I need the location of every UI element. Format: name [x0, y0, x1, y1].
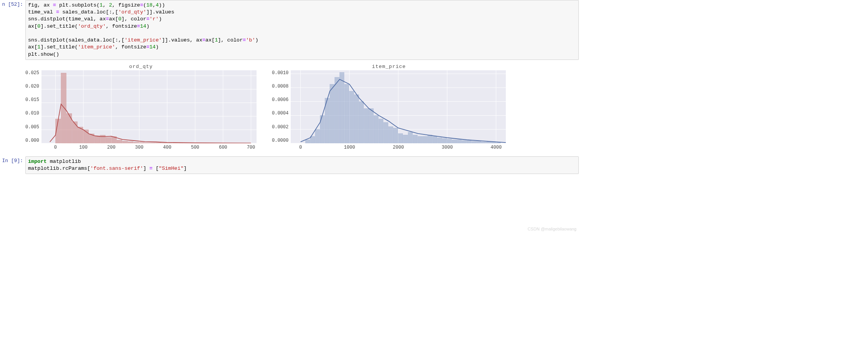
chart-item-price: item_price 0.00100.00080.00060.00040.000…: [272, 64, 506, 151]
svg-rect-62: [315, 129, 320, 143]
x-tick-label: 200: [107, 145, 116, 150]
y-tick-label: 0.000: [25, 138, 39, 143]
svg-rect-83: [418, 136, 422, 143]
svg-rect-91: [457, 140, 462, 143]
svg-rect-73: [369, 108, 374, 143]
y-tick-label: 0.025: [25, 70, 39, 76]
svg-rect-88: [442, 138, 447, 143]
svg-rect-78: [394, 128, 398, 143]
x-tick-label: 2000: [393, 145, 404, 150]
chart-ord-qty: ord_qty 0.0250.0200.0150.0100.0050.000 0…: [25, 64, 257, 151]
svg-rect-81: [408, 132, 413, 143]
x-tick-label: 0: [299, 145, 302, 150]
svg-rect-70: [354, 94, 359, 143]
y-axis-labels: 0.00100.00080.00060.00040.00020.0000: [272, 70, 291, 143]
y-tick-label: 0.015: [25, 97, 39, 103]
y-tick-label: 0.0010: [272, 70, 288, 76]
x-tick-label: 400: [163, 145, 171, 150]
svg-rect-71: [359, 101, 364, 143]
svg-rect-25: [117, 140, 122, 143]
x-tick-label: 600: [219, 145, 227, 150]
x-tick-label: 700: [247, 145, 255, 150]
chart-title: item_price: [272, 64, 506, 70]
svg-rect-80: [403, 135, 408, 143]
svg-rect-89: [447, 139, 452, 143]
input-prompt: In [9]:: [0, 156, 25, 174]
x-tick-label: 4000: [490, 145, 502, 150]
svg-rect-23: [106, 137, 111, 143]
svg-rect-15: [61, 73, 66, 143]
svg-rect-92: [462, 141, 467, 143]
notebook: n [52]: fig, ax = plt.subplots(1, 2, fig…: [0, 0, 579, 232]
y-axis-labels: 0.0250.0200.0150.0100.0050.000: [25, 70, 41, 143]
x-tick-label: 500: [191, 145, 199, 150]
x-axis-labels: 01000200030004000: [291, 143, 506, 151]
svg-rect-77: [389, 126, 393, 143]
y-tick-label: 0.005: [25, 124, 39, 130]
y-tick-label: 0.0002: [272, 124, 288, 130]
svg-rect-68: [345, 84, 349, 143]
svg-rect-93: [467, 141, 471, 143]
code-input-52[interactable]: fig, ax = plt.subplots(1, 2, figsize=(18…: [25, 0, 579, 60]
svg-rect-75: [379, 119, 383, 143]
x-axis-labels: 0100200300400500600700: [41, 143, 257, 151]
input-prompt: n [52]:: [0, 0, 25, 60]
svg-rect-21: [94, 136, 100, 143]
svg-rect-90: [452, 140, 457, 143]
svg-rect-60: [305, 140, 310, 143]
svg-rect-66: [335, 77, 340, 143]
svg-rect-61: [310, 136, 315, 143]
y-tick-label: 0.0004: [272, 111, 288, 116]
svg-rect-17: [72, 121, 78, 143]
y-tick-label: 0.0006: [272, 97, 288, 103]
y-tick-label: 0.020: [25, 84, 39, 89]
svg-rect-84: [423, 136, 427, 143]
x-tick-label: 3000: [442, 145, 453, 150]
y-tick-label: 0.0000: [272, 138, 288, 143]
x-tick-label: 1000: [344, 145, 355, 150]
svg-rect-65: [330, 84, 335, 143]
code-cell-9: In [9]: import matplotlib matplotlib.rcP…: [0, 156, 579, 174]
code-cell-52: n [52]: fig, ax = plt.subplots(1, 2, fig…: [0, 0, 579, 60]
plot-area: [291, 70, 506, 143]
svg-rect-76: [384, 122, 388, 143]
x-tick-label: 0: [54, 145, 57, 150]
y-tick-label: 0.010: [25, 111, 39, 116]
svg-rect-74: [374, 115, 379, 143]
watermark: CSDN @maligebilaowang: [528, 227, 576, 231]
svg-rect-85: [428, 135, 432, 143]
svg-rect-79: [398, 133, 403, 143]
y-tick-label: 0.0008: [272, 84, 288, 89]
svg-rect-82: [413, 135, 417, 143]
svg-rect-72: [364, 108, 369, 143]
svg-rect-87: [437, 138, 442, 143]
svg-rect-67: [340, 72, 345, 143]
plot-area: [41, 70, 257, 143]
x-tick-label: 100: [79, 145, 88, 150]
code-input-9[interactable]: import matplotlib matplotlib.rcParams['f…: [25, 156, 579, 174]
svg-rect-86: [432, 136, 437, 143]
chart-title: ord_qty: [25, 64, 257, 70]
cell-52-output: ord_qty 0.0250.0200.0150.0100.0050.000 0…: [25, 61, 579, 156]
svg-rect-69: [350, 91, 354, 143]
x-tick-label: 300: [135, 145, 144, 150]
